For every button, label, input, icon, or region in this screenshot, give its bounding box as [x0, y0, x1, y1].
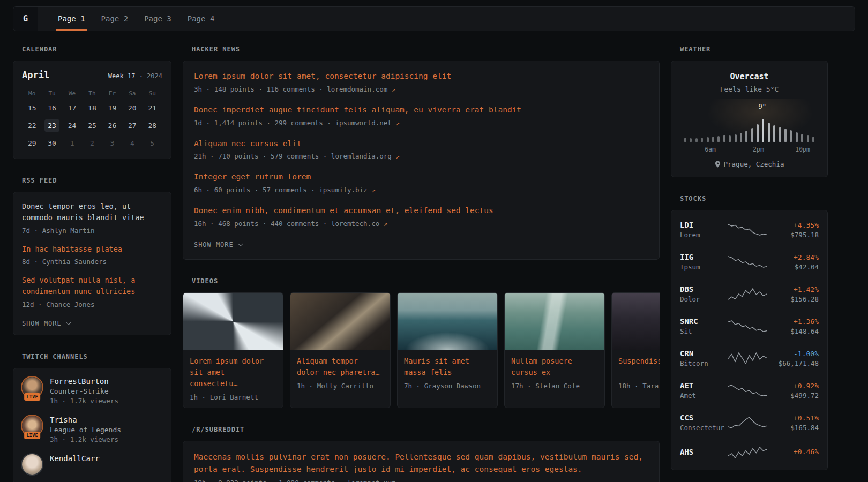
video-meta: 1h · Molly Carrillo: [297, 382, 384, 390]
calendar-day: 28: [145, 119, 160, 132]
videos-widget: VIDEOS Lorem ipsum dolor sit amet consec…: [183, 277, 660, 408]
hn-item-link[interactable]: Lorem ipsum dolor sit amet, consectetur …: [194, 71, 451, 82]
video-title-link[interactable]: Nullam posuere cursus ex: [511, 356, 598, 378]
stock-ticker: LDI: [680, 221, 727, 229]
dashboard: CALENDAR April Week 17 · 2024 MoTuWeThFr…: [0, 31, 868, 482]
video-thumbnail[interactable]: [290, 293, 390, 350]
video-card: Aliquam tempor dolor nec pharetra… 1h · …: [290, 292, 391, 408]
channel-info: ForrestBurton Counter-Strike 1h · 1.7k v…: [50, 377, 118, 405]
stock-sparkline: [727, 383, 767, 397]
external-link-icon[interactable]: ↗: [395, 119, 400, 127]
rss-item: Donec tempor eros leo, ut commodo mauris…: [22, 201, 162, 235]
weather-bar: [812, 137, 814, 142]
video-meta: 18h · Tara: [618, 382, 660, 390]
right-column: WEATHER Overcast Feels like 5°C 9° 6am 2…: [671, 46, 828, 470]
rss-item-link[interactable]: Donec tempor eros leo, ut commodo mauris…: [22, 201, 162, 224]
stock-change: +4.35%: [767, 221, 819, 229]
hn-show-more-button[interactable]: SHOW MORE: [194, 241, 242, 248]
rss-item-link[interactable]: In hac habitasse platea: [22, 244, 122, 255]
weather-bar: [784, 129, 787, 142]
hn-meta-text: 21h · 710 points · 579 comments · loreml…: [194, 152, 392, 160]
weekday-label: We: [62, 90, 82, 97]
twitch-channel-row[interactable]: LIVE Trisha League of Legends 3h · 1.2k …: [22, 416, 162, 443]
hn-item: Donec enim nibh, condimentum et accumsan…: [194, 205, 648, 228]
weather-bar: [773, 125, 775, 142]
hn-item-meta: 3h · 148 points · 116 comments · loremdo…: [194, 85, 648, 93]
stock-id: DBS Dolor: [680, 285, 727, 303]
stock-ticker: SNRC: [680, 317, 727, 326]
video-card: Suspendisse diam 18h · Tara: [611, 292, 660, 408]
twitch-channel-row[interactable]: LIVE ForrestBurton Counter-Strike 1h · 1…: [22, 377, 162, 405]
video-title-link[interactable]: Mauris sit amet massa felis: [404, 356, 491, 378]
reddit-post-link[interactable]: Maecenas mollis pulvinar erat non posuer…: [194, 451, 648, 477]
tab-page-4[interactable]: Page 4: [183, 7, 220, 31]
stock-name: Ipsum: [680, 263, 727, 271]
calendar-day: 16: [44, 101, 59, 115]
video-card: Nullam posuere cursus ex 17h · Stefan Co…: [504, 292, 605, 408]
subreddit-card: Maecenas mollis pulvinar erat non posuer…: [183, 441, 660, 482]
weather-bar: [745, 131, 747, 142]
video-thumbnail[interactable]: [398, 293, 497, 350]
weather-bar: [712, 137, 714, 142]
stock-quote: -1.00% $66,171.48: [767, 350, 819, 367]
video-thumbnail[interactable]: [612, 293, 660, 350]
tab-page-2[interactable]: Page 2: [96, 7, 133, 31]
hn-meta-text: 16h · 468 points · 440 comments · loremt…: [194, 220, 379, 228]
hn-item-link[interactable]: Integer eget rutrum lorem: [194, 171, 311, 183]
calendar-card: April Week 17 · 2024 MoTuWeThFrSaSu 1516…: [13, 61, 171, 159]
stock-quote: +4.35% $795.18: [767, 221, 819, 239]
video-title-link[interactable]: Aliquam tempor dolor nec pharetra…: [297, 356, 384, 378]
external-link-icon[interactable]: ↗: [400, 479, 404, 482]
channel-game: League of Legends: [50, 426, 121, 434]
left-column: CALENDAR April Week 17 · 2024 MoTuWeThFr…: [13, 46, 171, 482]
calendar-month: April: [22, 70, 49, 80]
app-logo[interactable]: G: [13, 7, 38, 31]
weather-bar: [717, 136, 720, 142]
hn-item-link[interactable]: Donec imperdiet augue tincidunt felis al…: [194, 104, 521, 116]
calendar-day: 1: [65, 137, 80, 150]
stock-change: +0.46%: [767, 448, 819, 456]
video-title-link[interactable]: Suspendisse diam: [618, 356, 660, 378]
tab-page-1[interactable]: Page 1: [53, 7, 90, 31]
stocks-widget: STOCKS LDI Lorem +4.35% $795.18 IIG: [671, 195, 828, 470]
top-nav: G Page 1 Page 2 Page 3 Page 4: [13, 6, 855, 31]
hn-item-meta: 21h · 710 points · 579 comments · loreml…: [194, 152, 648, 160]
external-link-icon[interactable]: ↗: [392, 85, 396, 93]
streamer-avatar: LIVE: [22, 377, 42, 397]
stock-name: Lorem: [680, 231, 727, 239]
external-link-icon[interactable]: ↗: [384, 220, 388, 228]
channel-name: ForrestBurton: [50, 377, 118, 386]
video-card-body: Aliquam tempor dolor nec pharetra… 1h · …: [290, 350, 390, 396]
weather-bar: [723, 135, 725, 142]
hn-item-link[interactable]: Donec enim nibh, condimentum et accumsan…: [194, 205, 493, 217]
stock-row: AET Amet +0.92% $499.72: [680, 374, 819, 406]
stock-row: CRN Bitcorn -1.00% $66,171.48: [680, 342, 819, 374]
rss-item: Sed volutpat nulla nisl, a condimentum n…: [22, 275, 162, 308]
external-link-icon[interactable]: ↗: [395, 152, 400, 160]
video-thumbnail[interactable]: [505, 293, 604, 350]
weather-bar: [701, 138, 703, 142]
rss-show-more-button[interactable]: SHOW MORE: [22, 320, 70, 327]
hn-meta-text: 6h · 60 points · 57 comments · ipsumify.…: [194, 186, 368, 194]
stock-price: $148.64: [767, 327, 819, 335]
channel-viewers: 1h · 1.7k viewers: [50, 397, 118, 405]
video-thumbnail[interactable]: [183, 293, 283, 350]
video-title-link[interactable]: Lorem ipsum dolor sit amet consectetu…: [190, 356, 276, 389]
weather-feels-like: Feels like 5°C: [680, 85, 819, 93]
calendar-week-year: Week 17 · 2024: [108, 72, 162, 80]
weekday-label: Tu: [42, 90, 62, 97]
weather-bar: [729, 135, 731, 142]
stock-quote: +0.92% $499.72: [767, 382, 819, 400]
calendar-widget: CALENDAR April Week 17 · 2024 MoTuWeThFr…: [13, 46, 171, 159]
tab-page-3[interactable]: Page 3: [139, 7, 176, 31]
channel-viewers: 3h · 1.2k viewers: [50, 435, 121, 443]
rss-item-meta: 7d · Ashlyn Martin: [22, 227, 162, 235]
weather-widget: WEATHER Overcast Feels like 5°C 9° 6am 2…: [671, 46, 828, 177]
rss-item-link[interactable]: Sed volutpat nulla nisl, a condimentum n…: [22, 275, 162, 298]
external-link-icon[interactable]: ↗: [371, 186, 376, 194]
twitch-channel-row[interactable]: KendallCarr: [22, 454, 162, 475]
hn-item-link[interactable]: Aliquam nec cursus elit: [194, 138, 302, 150]
weekday-label: Th: [82, 90, 102, 97]
calendar-week: Week 17: [108, 72, 136, 80]
rss-item-meta: 12d · Chance Jones: [22, 300, 162, 308]
